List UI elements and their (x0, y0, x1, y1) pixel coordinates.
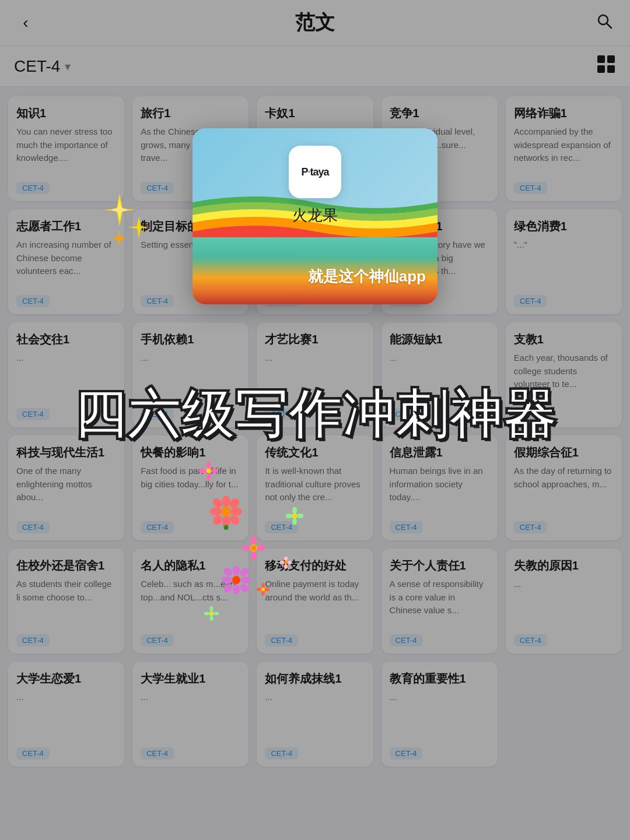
app-popup: P·taya 火龙果 就是这个神仙app (192, 128, 438, 304)
app-name: 火龙果 (292, 205, 338, 226)
big-text-main: 四六级写作冲刺神器 (6, 386, 624, 444)
popup-bottom: 就是这个神仙app (192, 237, 438, 304)
app-icon-text: P·taya (301, 166, 328, 178)
popup-top: P·taya 火龙果 (192, 128, 438, 237)
big-text-overlay: 四六级写作冲刺神器 (0, 386, 630, 444)
svg-marker-7 (110, 198, 129, 222)
popup-tagline: 就是这个神仙app (308, 266, 426, 287)
svg-marker-8 (128, 216, 149, 238)
sparkle-2 (127, 216, 150, 241)
sparkle-3 (111, 230, 127, 249)
svg-marker-9 (112, 231, 126, 246)
app-icon: P·taya (289, 146, 341, 198)
